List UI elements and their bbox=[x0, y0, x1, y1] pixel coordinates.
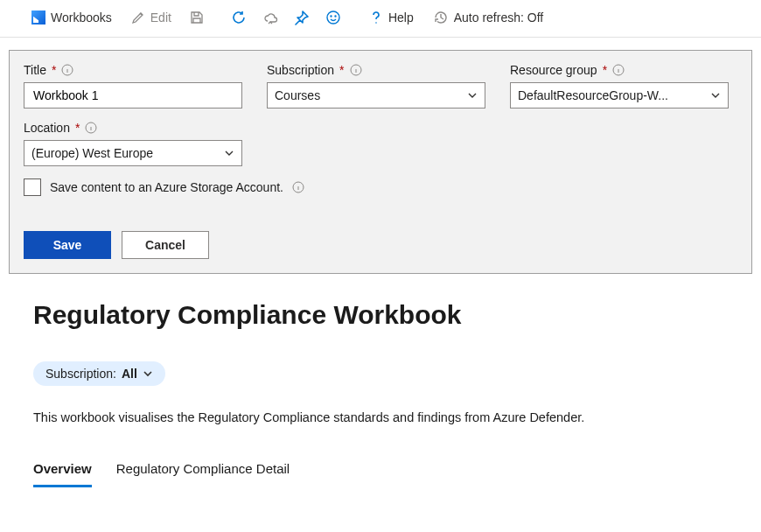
subscription-select[interactable]: Courses bbox=[267, 82, 485, 108]
cancel-button[interactable]: Cancel bbox=[122, 231, 209, 259]
resource-group-field: Resource group * DefaultResourceGroup-W.… bbox=[510, 63, 729, 108]
workbook-content: Regulatory Compliance Workbook Subscript… bbox=[0, 274, 761, 487]
chevron-down-icon bbox=[710, 90, 721, 101]
history-icon bbox=[433, 10, 449, 25]
save-icon-button[interactable] bbox=[184, 5, 210, 30]
pin-icon bbox=[294, 10, 310, 25]
save-icon bbox=[190, 10, 204, 24]
location-select[interactable]: (Europe) West Europe bbox=[24, 140, 242, 166]
cancel-button-label: Cancel bbox=[145, 238, 185, 252]
title-label: Title bbox=[24, 63, 46, 77]
subscription-pill-value: All bbox=[122, 367, 137, 381]
subscription-filter-pill[interactable]: Subscription: All bbox=[33, 361, 165, 386]
pencil-icon bbox=[131, 10, 145, 24]
info-icon bbox=[85, 122, 97, 134]
location-field: Location * (Europe) West Europe bbox=[24, 121, 242, 166]
subscription-field: Subscription * Courses bbox=[267, 63, 485, 108]
save-dialog: Title * Subscription * Courses bbox=[9, 50, 752, 274]
info-icon bbox=[612, 64, 625, 76]
page-title: Regulatory Compliance Workbook bbox=[33, 300, 728, 330]
auto-refresh-label: Auto refresh: Off bbox=[454, 10, 543, 24]
resource-group-value: DefaultResourceGroup-W... bbox=[518, 88, 668, 102]
cloud-icon bbox=[262, 10, 278, 25]
title-input[interactable] bbox=[31, 88, 234, 103]
workbook-icon bbox=[31, 10, 45, 24]
refresh-icon bbox=[231, 10, 247, 25]
tab-compliance-detail[interactable]: Regulatory Compliance Detail bbox=[116, 456, 290, 487]
refresh-button[interactable] bbox=[226, 5, 252, 30]
location-value: (Europe) West Europe bbox=[31, 146, 153, 160]
subscription-pill-label: Subscription: bbox=[45, 367, 116, 381]
chevron-down-icon bbox=[143, 368, 153, 379]
workbooks-crumb[interactable]: Workbooks bbox=[24, 7, 119, 28]
location-label: Location bbox=[24, 121, 70, 135]
tab-bar: Overview Regulatory Compliance Detail bbox=[33, 456, 728, 487]
svg-point-1 bbox=[331, 16, 332, 17]
save-button[interactable]: Save bbox=[24, 231, 111, 259]
svg-point-3 bbox=[375, 22, 377, 24]
toolbar: Workbooks Edit bbox=[0, 0, 761, 38]
title-input-wrap bbox=[24, 82, 242, 108]
help-button[interactable]: Help bbox=[362, 6, 421, 29]
tab-detail-label: Regulatory Compliance Detail bbox=[116, 461, 290, 476]
help-label: Help bbox=[388, 10, 414, 24]
required-mark: * bbox=[339, 63, 344, 77]
edit-label: Edit bbox=[150, 10, 171, 24]
edit-button[interactable]: Edit bbox=[124, 7, 178, 28]
feedback-button[interactable] bbox=[320, 5, 346, 30]
info-icon bbox=[61, 64, 73, 76]
workbooks-label: Workbooks bbox=[51, 10, 112, 24]
info-icon bbox=[292, 181, 304, 193]
resource-group-label: Resource group bbox=[510, 63, 597, 77]
storage-checkbox-label: Save content to an Azure Storage Account… bbox=[50, 180, 283, 194]
required-mark: * bbox=[603, 63, 607, 77]
svg-point-2 bbox=[335, 16, 336, 17]
chevron-down-icon bbox=[467, 90, 478, 101]
required-mark: * bbox=[75, 121, 80, 135]
resource-group-select[interactable]: DefaultResourceGroup-W... bbox=[510, 82, 729, 108]
info-icon bbox=[350, 64, 362, 76]
storage-checkbox[interactable] bbox=[24, 178, 41, 196]
pin-button[interactable] bbox=[289, 5, 315, 30]
title-field: Title * bbox=[24, 63, 242, 108]
question-icon bbox=[369, 10, 383, 25]
save-button-label: Save bbox=[53, 238, 82, 252]
svg-point-0 bbox=[327, 11, 339, 24]
smiley-icon bbox=[325, 10, 341, 25]
workbook-description: This workbook visualises the Regulatory … bbox=[33, 410, 728, 424]
tab-overview[interactable]: Overview bbox=[33, 456, 92, 487]
auto-refresh-button[interactable]: Auto refresh: Off bbox=[426, 6, 550, 29]
required-mark: * bbox=[52, 63, 56, 77]
open-workbook-button[interactable] bbox=[257, 5, 283, 30]
subscription-value: Courses bbox=[275, 88, 320, 102]
subscription-label: Subscription bbox=[267, 63, 334, 77]
chevron-down-icon bbox=[224, 148, 234, 158]
tab-overview-label: Overview bbox=[33, 461, 92, 476]
